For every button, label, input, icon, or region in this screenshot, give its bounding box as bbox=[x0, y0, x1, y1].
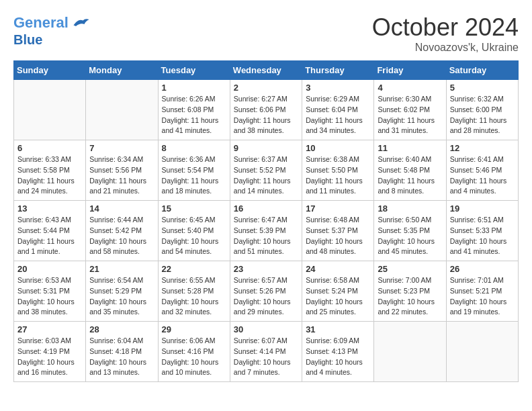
logo-blue-text: Blue bbox=[13, 32, 90, 47]
day-info: Sunrise: 6:26 AMSunset: 6:08 PMDaylight:… bbox=[162, 94, 226, 136]
calendar-cell: 16Sunrise: 6:47 AMSunset: 5:39 PMDayligh… bbox=[230, 201, 302, 261]
logo-text: General bbox=[13, 15, 69, 31]
calendar-cell: 5Sunrise: 6:32 AMSunset: 6:00 PMDaylight… bbox=[446, 80, 518, 140]
calendar-table: SundayMondayTuesdayWednesdayThursdayFrid… bbox=[13, 60, 519, 382]
day-info: Sunrise: 6:30 AMSunset: 6:02 PMDaylight:… bbox=[378, 94, 442, 136]
day-number: 31 bbox=[306, 324, 370, 334]
day-info: Sunrise: 6:36 AMSunset: 5:54 PMDaylight:… bbox=[162, 154, 226, 197]
calendar-cell: 15Sunrise: 6:45 AMSunset: 5:40 PMDayligh… bbox=[158, 201, 230, 261]
title-block: October 2024 Novoazovs'k, Ukraine bbox=[372, 13, 519, 54]
day-info: Sunrise: 6:09 AMSunset: 4:13 PMDaylight:… bbox=[306, 336, 370, 378]
day-info: Sunrise: 6:38 AMSunset: 5:50 PMDaylight:… bbox=[306, 154, 370, 197]
day-number: 6 bbox=[17, 143, 82, 153]
weekday-header-monday: Monday bbox=[86, 61, 158, 80]
day-number: 17 bbox=[306, 203, 370, 214]
day-number: 28 bbox=[89, 324, 154, 334]
weekday-header-thursday: Thursday bbox=[302, 61, 374, 80]
calendar-week-4: 20Sunrise: 6:53 AMSunset: 5:31 PMDayligh… bbox=[14, 261, 519, 322]
day-info: Sunrise: 6:07 AMSunset: 4:14 PMDaylight:… bbox=[234, 336, 298, 378]
weekday-header-friday: Friday bbox=[374, 61, 446, 80]
calendar-week-5: 27Sunrise: 6:03 AMSunset: 4:19 PMDayligh… bbox=[14, 322, 519, 382]
day-info: Sunrise: 6:47 AMSunset: 5:39 PMDaylight:… bbox=[234, 215, 298, 257]
calendar-cell: 21Sunrise: 6:54 AMSunset: 5:29 PMDayligh… bbox=[86, 261, 158, 322]
day-info: Sunrise: 6:40 AMSunset: 5:48 PMDaylight:… bbox=[378, 154, 442, 197]
day-number: 15 bbox=[162, 203, 226, 214]
calendar-cell: 2Sunrise: 6:27 AMSunset: 6:06 PMDaylight… bbox=[230, 80, 302, 140]
calendar-cell bbox=[446, 322, 518, 382]
calendar-cell bbox=[86, 80, 158, 140]
calendar-cell: 19Sunrise: 6:51 AMSunset: 5:33 PMDayligh… bbox=[446, 201, 518, 261]
calendar-cell: 17Sunrise: 6:48 AMSunset: 5:37 PMDayligh… bbox=[302, 201, 374, 261]
day-number: 24 bbox=[306, 264, 370, 274]
day-number: 25 bbox=[378, 264, 442, 274]
calendar-week-3: 13Sunrise: 6:43 AMSunset: 5:44 PMDayligh… bbox=[14, 201, 519, 261]
weekday-header-wednesday: Wednesday bbox=[230, 61, 302, 80]
calendar-cell: 13Sunrise: 6:43 AMSunset: 5:44 PMDayligh… bbox=[14, 201, 86, 261]
day-number: 7 bbox=[89, 143, 154, 153]
day-info: Sunrise: 6:48 AMSunset: 5:37 PMDaylight:… bbox=[306, 215, 370, 257]
calendar-cell: 3Sunrise: 6:29 AMSunset: 6:04 PMDaylight… bbox=[302, 80, 374, 140]
day-info: Sunrise: 6:54 AMSunset: 5:29 PMDaylight:… bbox=[89, 275, 154, 318]
calendar-cell: 8Sunrise: 6:36 AMSunset: 5:54 PMDaylight… bbox=[158, 140, 230, 201]
day-number: 8 bbox=[162, 143, 226, 153]
day-number: 1 bbox=[162, 83, 226, 93]
calendar-cell: 4Sunrise: 6:30 AMSunset: 6:02 PMDaylight… bbox=[374, 80, 446, 140]
calendar-cell bbox=[14, 80, 86, 140]
day-number: 10 bbox=[306, 143, 370, 153]
day-info: Sunrise: 6:57 AMSunset: 5:26 PMDaylight:… bbox=[234, 275, 298, 318]
calendar-cell: 12Sunrise: 6:41 AMSunset: 5:46 PMDayligh… bbox=[446, 140, 518, 201]
calendar-week-1: 1Sunrise: 6:26 AMSunset: 6:08 PMDaylight… bbox=[14, 80, 519, 140]
day-number: 20 bbox=[17, 264, 82, 274]
day-info: Sunrise: 6:53 AMSunset: 5:31 PMDaylight:… bbox=[17, 275, 82, 318]
weekday-header-saturday: Saturday bbox=[446, 61, 518, 80]
calendar-cell: 20Sunrise: 6:53 AMSunset: 5:31 PMDayligh… bbox=[14, 261, 86, 322]
day-number: 22 bbox=[162, 264, 226, 274]
calendar-cell: 29Sunrise: 6:06 AMSunset: 4:16 PMDayligh… bbox=[158, 322, 230, 382]
day-info: Sunrise: 6:06 AMSunset: 4:16 PMDaylight:… bbox=[162, 336, 226, 378]
day-number: 2 bbox=[234, 83, 298, 93]
day-number: 9 bbox=[234, 143, 298, 153]
day-info: Sunrise: 7:00 AMSunset: 5:23 PMDaylight:… bbox=[378, 275, 442, 318]
day-number: 29 bbox=[162, 324, 226, 334]
weekday-header-sunday: Sunday bbox=[14, 61, 86, 80]
day-info: Sunrise: 6:03 AMSunset: 4:19 PMDaylight:… bbox=[17, 336, 82, 378]
day-number: 18 bbox=[378, 203, 442, 214]
calendar-cell: 24Sunrise: 6:58 AMSunset: 5:24 PMDayligh… bbox=[302, 261, 374, 322]
calendar-cell: 1Sunrise: 6:26 AMSunset: 6:08 PMDaylight… bbox=[158, 80, 230, 140]
day-number: 30 bbox=[234, 324, 298, 334]
page-header: General Blue October 2024 Novoazovs'k, U… bbox=[13, 13, 519, 54]
calendar-cell: 18Sunrise: 6:50 AMSunset: 5:35 PMDayligh… bbox=[374, 201, 446, 261]
calendar-cell: 26Sunrise: 7:01 AMSunset: 5:21 PMDayligh… bbox=[446, 261, 518, 322]
day-number: 14 bbox=[89, 203, 154, 214]
weekday-header-tuesday: Tuesday bbox=[158, 61, 230, 80]
day-number: 23 bbox=[234, 264, 298, 274]
day-info: Sunrise: 6:51 AMSunset: 5:33 PMDaylight:… bbox=[450, 215, 515, 257]
month-title: October 2024 bbox=[372, 13, 519, 42]
day-info: Sunrise: 6:34 AMSunset: 5:56 PMDaylight:… bbox=[89, 154, 154, 197]
day-info: Sunrise: 6:33 AMSunset: 5:58 PMDaylight:… bbox=[17, 154, 82, 197]
day-number: 3 bbox=[306, 83, 370, 93]
day-number: 21 bbox=[89, 264, 154, 274]
logo-bird-icon bbox=[71, 13, 90, 32]
calendar-cell bbox=[374, 322, 446, 382]
day-info: Sunrise: 6:27 AMSunset: 6:06 PMDaylight:… bbox=[234, 94, 298, 136]
calendar-cell: 23Sunrise: 6:57 AMSunset: 5:26 PMDayligh… bbox=[230, 261, 302, 322]
day-info: Sunrise: 6:04 AMSunset: 4:18 PMDaylight:… bbox=[89, 336, 154, 378]
day-info: Sunrise: 6:41 AMSunset: 5:46 PMDaylight:… bbox=[450, 154, 515, 197]
day-info: Sunrise: 7:01 AMSunset: 5:21 PMDaylight:… bbox=[450, 275, 515, 318]
calendar-cell: 30Sunrise: 6:07 AMSunset: 4:14 PMDayligh… bbox=[230, 322, 302, 382]
day-number: 16 bbox=[234, 203, 298, 214]
day-info: Sunrise: 6:55 AMSunset: 5:28 PMDaylight:… bbox=[162, 275, 226, 318]
day-number: 11 bbox=[378, 143, 442, 153]
day-info: Sunrise: 6:58 AMSunset: 5:24 PMDaylight:… bbox=[306, 275, 370, 318]
calendar-cell: 27Sunrise: 6:03 AMSunset: 4:19 PMDayligh… bbox=[14, 322, 86, 382]
calendar-cell: 10Sunrise: 6:38 AMSunset: 5:50 PMDayligh… bbox=[302, 140, 374, 201]
day-info: Sunrise: 6:44 AMSunset: 5:42 PMDaylight:… bbox=[89, 215, 154, 257]
day-number: 5 bbox=[450, 83, 515, 93]
logo: General Blue bbox=[13, 13, 90, 47]
day-info: Sunrise: 6:43 AMSunset: 5:44 PMDaylight:… bbox=[17, 215, 82, 257]
calendar-cell: 31Sunrise: 6:09 AMSunset: 4:13 PMDayligh… bbox=[302, 322, 374, 382]
day-number: 27 bbox=[17, 324, 82, 334]
calendar-cell: 7Sunrise: 6:34 AMSunset: 5:56 PMDaylight… bbox=[86, 140, 158, 201]
day-number: 13 bbox=[17, 203, 82, 214]
